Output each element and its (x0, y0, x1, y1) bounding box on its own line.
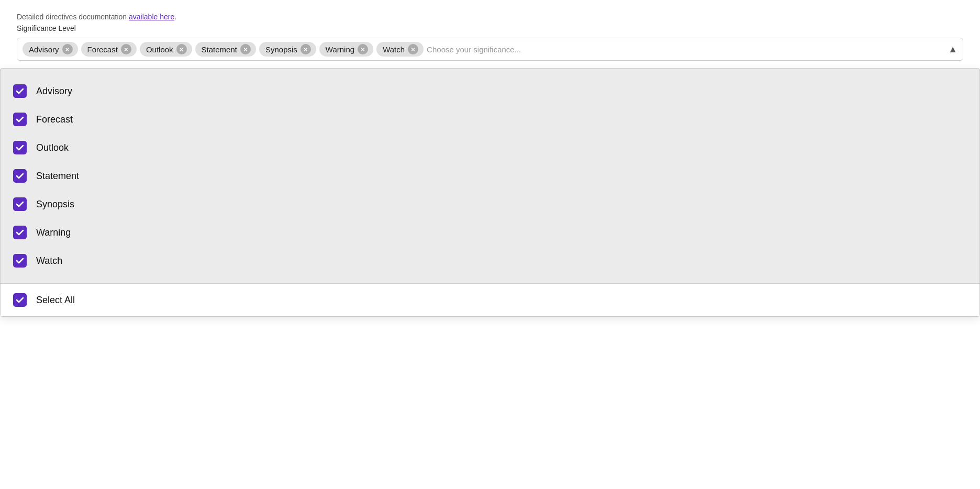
dropdown-item-outlook-label: Outlook (36, 142, 69, 153)
tag-watch[interactable]: Watch × (376, 42, 424, 57)
dropdown-item-statement-label: Statement (36, 171, 79, 182)
tag-outlook[interactable]: Outlook × (140, 42, 192, 57)
significance-tag-input[interactable]: Advisory × Forecast × Outlook × Statemen… (17, 38, 963, 61)
tag-watch-label: Watch (383, 45, 405, 54)
tag-statement-remove[interactable]: × (240, 44, 251, 54)
tag-advisory[interactable]: Advisory × (23, 42, 78, 57)
checkbox-select-all[interactable] (13, 293, 27, 307)
dropdown-item-outlook[interactable]: Outlook (13, 134, 967, 162)
dropdown-item-forecast[interactable]: Forecast (13, 105, 967, 134)
checkbox-watch[interactable] (13, 254, 27, 268)
tag-statement-label: Statement (202, 45, 237, 54)
tag-synopsis-remove[interactable]: × (300, 44, 311, 54)
tag-statement[interactable]: Statement × (195, 42, 256, 57)
checkbox-advisory[interactable] (13, 84, 27, 98)
checkmark-outlook-icon (16, 143, 24, 152)
dropdown-item-synopsis-label: Synopsis (36, 199, 74, 210)
tag-warning[interactable]: Warning × (319, 42, 373, 57)
dropdown-item-warning[interactable]: Warning (13, 218, 967, 247)
tag-warning-remove[interactable]: × (358, 44, 368, 54)
tag-forecast[interactable]: Forecast × (81, 42, 137, 57)
checkmark-forecast-icon (16, 115, 24, 124)
dropdown-item-synopsis[interactable]: Synopsis (13, 190, 967, 218)
tag-watch-remove[interactable]: × (408, 44, 418, 54)
tag-warning-label: Warning (326, 45, 354, 54)
dropdown-arrow-icon[interactable]: ▲ (948, 44, 957, 55)
tag-advisory-remove[interactable]: × (62, 44, 73, 54)
checkmark-warning-icon (16, 228, 24, 237)
tag-outlook-remove[interactable]: × (176, 44, 187, 54)
dropdown-panel: Advisory Forecast Outlook (0, 68, 980, 317)
tag-outlook-label: Outlook (146, 45, 173, 54)
tag-forecast-label: Forecast (87, 45, 118, 54)
checkbox-outlook[interactable] (13, 141, 27, 154)
dropdown-item-warning-label: Warning (36, 227, 71, 238)
tag-forecast-remove[interactable]: × (121, 44, 131, 54)
checkmark-synopsis-icon (16, 200, 24, 208)
significance-label: Significance Level (17, 24, 963, 32)
dropdown-item-advisory[interactable]: Advisory (13, 77, 967, 105)
tag-synopsis[interactable]: Synopsis × (259, 42, 316, 57)
select-all-label: Select All (36, 295, 75, 306)
page-wrapper: Detailed directives documentation availa… (0, 0, 980, 489)
doc-text: Detailed directives documentation (17, 13, 129, 21)
dropdown-item-advisory-label: Advisory (36, 86, 72, 97)
tag-synopsis-label: Synopsis (265, 45, 297, 54)
tag-advisory-label: Advisory (29, 45, 59, 54)
checkmark-statement-icon (16, 172, 24, 180)
dropdown-item-forecast-label: Forecast (36, 114, 73, 125)
checkmark-advisory-icon (16, 87, 24, 95)
doc-period: . (174, 13, 176, 21)
dropdown-list: Advisory Forecast Outlook (1, 69, 979, 284)
checkbox-synopsis[interactable] (13, 197, 27, 211)
dropdown-item-statement[interactable]: Statement (13, 162, 967, 190)
doc-line: Detailed directives documentation availa… (17, 13, 963, 21)
significance-placeholder: Choose your significance... (427, 45, 945, 54)
checkbox-warning[interactable] (13, 226, 27, 239)
checkmark-select-all-icon (16, 296, 24, 304)
doc-link[interactable]: available here (129, 13, 174, 21)
checkbox-forecast[interactable] (13, 113, 27, 126)
checkbox-statement[interactable] (13, 169, 27, 183)
checkmark-watch-icon (16, 257, 24, 265)
select-all-row[interactable]: Select All (1, 284, 979, 316)
dropdown-item-watch[interactable]: Watch (13, 247, 967, 275)
dropdown-item-watch-label: Watch (36, 255, 62, 266)
